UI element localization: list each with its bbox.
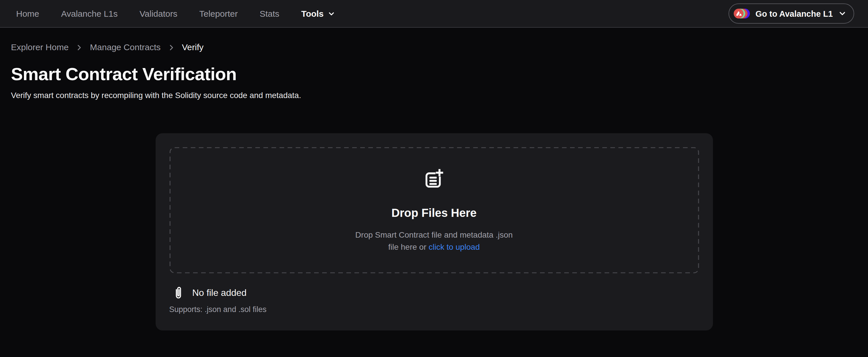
viewport: Home Avalanche L1s Validators Teleporter… [0,0,868,357]
dropzone-description-line1: Drop Smart Contract file and metadata .j… [355,230,513,239]
dropzone-title: Drop Files Here [391,204,477,220]
go-to-avalanche-l1-button[interactable]: Go to Avalanche L1 [728,3,854,24]
nav-item-tools-label: Tools [301,9,323,19]
chevron-right-icon [167,43,175,51]
dropzone-description: Drop Smart Contract file and metadata .j… [355,229,513,253]
nav-item-teleporter[interactable]: Teleporter [199,9,238,19]
breadcrumb-explorer-home[interactable]: Explorer Home [11,41,69,53]
file-status-row: No file added [169,285,699,301]
paperclip-icon [173,285,183,301]
breadcrumb-manage-contracts[interactable]: Manage Contracts [90,41,160,53]
file-add-icon [423,168,445,189]
chevron-right-icon [75,43,83,51]
chevron-down-icon [328,10,335,17]
nav-item-avalanche-l1s[interactable]: Avalanche L1s [61,9,118,19]
breadcrumb: Explorer Home Manage Contracts Verify [11,41,857,53]
breadcrumb-verify: Verify [182,41,204,53]
click-to-upload-link[interactable]: click to upload [429,242,479,251]
network-circle-stack [734,9,749,19]
file-dropzone[interactable]: Drop Files Here Drop Smart Contract file… [169,147,699,273]
nav-item-tools[interactable]: Tools [301,9,335,19]
nav-item-home[interactable]: Home [16,9,39,19]
file-status: No file added Supports: .json and .sol f… [169,285,699,314]
nav-item-validators[interactable]: Validators [140,9,177,19]
supported-files-label: Supports: .json and .sol files [169,305,699,314]
main-content: Explorer Home Manage Contracts Verify Sm… [0,41,868,330]
go-to-avalanche-l1-label: Go to Avalanche L1 [755,9,833,18]
verification-card: Drop Files Here Drop Smart Contract file… [155,133,713,330]
chevron-down-icon [839,10,846,17]
nav-links: Home Avalanche L1s Validators Teleporter… [16,9,335,19]
page-title: Smart Contract Verification [11,63,857,86]
no-file-added-label: No file added [192,288,247,298]
top-nav: Home Avalanche L1s Validators Teleporter… [0,0,868,28]
page-subtitle: Verify smart contracts by recompiling wi… [11,89,857,101]
avalanche-logo-icon [734,9,743,19]
nav-item-stats[interactable]: Stats [260,9,279,19]
dropzone-description-line2: file here or [388,242,429,251]
